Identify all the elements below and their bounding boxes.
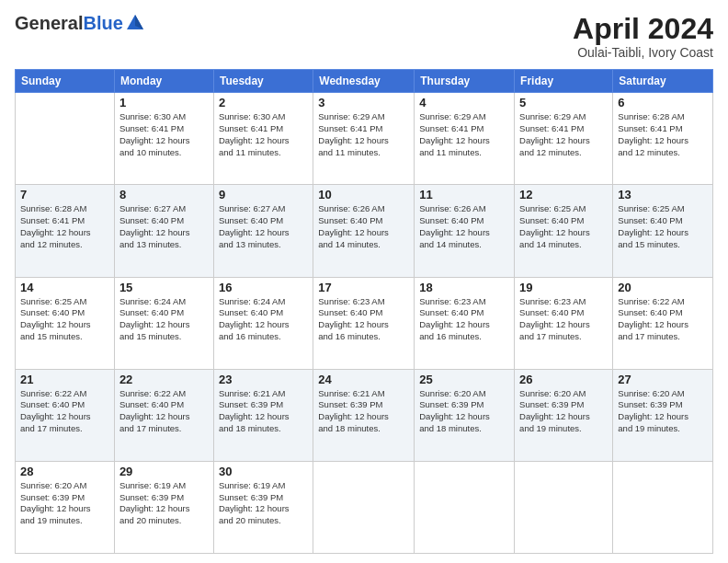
weekday-header: Friday — [515, 70, 613, 93]
day-info: Sunrise: 6:29 AM Sunset: 6:41 PM Dayligh… — [318, 111, 409, 158]
day-number: 2 — [219, 96, 308, 109]
day-number: 4 — [419, 96, 509, 109]
day-number: 25 — [419, 373, 509, 386]
week-row: 7Sunrise: 6:28 AM Sunset: 6:41 PM Daylig… — [16, 185, 713, 277]
calendar-cell: 5Sunrise: 6:29 AM Sunset: 6:41 PM Daylig… — [515, 93, 613, 185]
calendar-cell: 29Sunrise: 6:19 AM Sunset: 6:39 PM Dayli… — [114, 461, 213, 553]
day-number: 6 — [618, 96, 708, 109]
day-info: Sunrise: 6:20 AM Sunset: 6:39 PM Dayligh… — [519, 388, 608, 435]
weekday-header-row: SundayMondayTuesdayWednesdayThursdayFrid… — [16, 70, 713, 93]
day-info: Sunrise: 6:22 AM Sunset: 6:40 PM Dayligh… — [119, 388, 209, 435]
day-info: Sunrise: 6:30 AM Sunset: 6:41 PM Dayligh… — [219, 111, 308, 158]
day-info: Sunrise: 6:20 AM Sunset: 6:39 PM Dayligh… — [618, 388, 708, 435]
calendar-cell: 9Sunrise: 6:27 AM Sunset: 6:40 PM Daylig… — [213, 185, 313, 277]
day-number: 27 — [618, 373, 708, 386]
day-number: 20 — [618, 281, 708, 294]
calendar-cell: 11Sunrise: 6:26 AM Sunset: 6:40 PM Dayli… — [415, 185, 515, 277]
week-row: 28Sunrise: 6:20 AM Sunset: 6:39 PM Dayli… — [16, 461, 713, 553]
calendar-cell: 21Sunrise: 6:22 AM Sunset: 6:40 PM Dayli… — [16, 369, 115, 461]
logo-general: GeneralBlue — [15, 13, 123, 33]
day-info: Sunrise: 6:28 AM Sunset: 6:41 PM Dayligh… — [20, 203, 109, 250]
day-number: 13 — [618, 188, 708, 201]
day-number: 3 — [318, 96, 409, 109]
day-info: Sunrise: 6:25 AM Sunset: 6:40 PM Dayligh… — [618, 203, 708, 250]
calendar-cell: 23Sunrise: 6:21 AM Sunset: 6:39 PM Dayli… — [213, 369, 313, 461]
weekday-header: Thursday — [415, 70, 515, 93]
calendar-cell — [16, 93, 115, 185]
day-info: Sunrise: 6:25 AM Sunset: 6:40 PM Dayligh… — [519, 203, 608, 250]
day-info: Sunrise: 6:20 AM Sunset: 6:39 PM Dayligh… — [419, 388, 509, 435]
day-number: 19 — [519, 281, 608, 294]
week-row: 21Sunrise: 6:22 AM Sunset: 6:40 PM Dayli… — [16, 369, 713, 461]
weekday-header: Monday — [114, 70, 213, 93]
day-number: 7 — [20, 188, 109, 201]
day-info: Sunrise: 6:26 AM Sunset: 6:40 PM Dayligh… — [419, 203, 509, 250]
header: GeneralBlue April 2024 Oulai-Taibli, Ivo… — [15, 13, 713, 60]
day-info: Sunrise: 6:23 AM Sunset: 6:40 PM Dayligh… — [419, 296, 509, 343]
calendar-cell: 7Sunrise: 6:28 AM Sunset: 6:41 PM Daylig… — [16, 185, 115, 277]
calendar-cell: 14Sunrise: 6:25 AM Sunset: 6:40 PM Dayli… — [16, 277, 115, 369]
calendar-cell: 19Sunrise: 6:23 AM Sunset: 6:40 PM Dayli… — [515, 277, 613, 369]
calendar-cell: 2Sunrise: 6:30 AM Sunset: 6:41 PM Daylig… — [213, 93, 313, 185]
day-number: 15 — [119, 281, 209, 294]
calendar-cell: 8Sunrise: 6:27 AM Sunset: 6:40 PM Daylig… — [114, 185, 213, 277]
day-info: Sunrise: 6:26 AM Sunset: 6:40 PM Dayligh… — [318, 203, 409, 250]
calendar-table: SundayMondayTuesdayWednesdayThursdayFrid… — [15, 69, 713, 554]
day-number: 1 — [119, 96, 209, 109]
calendar-cell: 30Sunrise: 6:19 AM Sunset: 6:39 PM Dayli… — [213, 461, 313, 553]
day-info: Sunrise: 6:22 AM Sunset: 6:40 PM Dayligh… — [20, 388, 109, 435]
weekday-header: Tuesday — [213, 70, 313, 93]
calendar-cell: 22Sunrise: 6:22 AM Sunset: 6:40 PM Dayli… — [114, 369, 213, 461]
day-info: Sunrise: 6:23 AM Sunset: 6:40 PM Dayligh… — [318, 296, 409, 343]
day-number: 18 — [419, 281, 509, 294]
calendar-subtitle: Oulai-Taibli, Ivory Coast — [573, 45, 713, 60]
week-row: 14Sunrise: 6:25 AM Sunset: 6:40 PM Dayli… — [16, 277, 713, 369]
calendar-cell — [613, 461, 713, 553]
day-info: Sunrise: 6:27 AM Sunset: 6:40 PM Dayligh… — [119, 203, 209, 250]
calendar-cell: 26Sunrise: 6:20 AM Sunset: 6:39 PM Dayli… — [515, 369, 613, 461]
title-block: April 2024 Oulai-Taibli, Ivory Coast — [573, 13, 713, 60]
day-number: 24 — [318, 373, 409, 386]
day-number: 16 — [219, 281, 308, 294]
weekday-header: Wednesday — [313, 70, 415, 93]
day-info: Sunrise: 6:19 AM Sunset: 6:39 PM Dayligh… — [119, 480, 209, 527]
calendar-cell: 4Sunrise: 6:29 AM Sunset: 6:41 PM Daylig… — [415, 93, 515, 185]
calendar-cell: 3Sunrise: 6:29 AM Sunset: 6:41 PM Daylig… — [313, 93, 415, 185]
calendar-cell: 15Sunrise: 6:24 AM Sunset: 6:40 PM Dayli… — [114, 277, 213, 369]
day-info: Sunrise: 6:20 AM Sunset: 6:39 PM Dayligh… — [20, 480, 109, 527]
page: GeneralBlue April 2024 Oulai-Taibli, Ivo… — [0, 0, 728, 563]
day-info: Sunrise: 6:24 AM Sunset: 6:40 PM Dayligh… — [219, 296, 308, 343]
day-info: Sunrise: 6:21 AM Sunset: 6:39 PM Dayligh… — [219, 388, 308, 435]
calendar-cell: 12Sunrise: 6:25 AM Sunset: 6:40 PM Dayli… — [515, 185, 613, 277]
weekday-header: Sunday — [16, 70, 115, 93]
calendar-cell: 1Sunrise: 6:30 AM Sunset: 6:41 PM Daylig… — [114, 93, 213, 185]
calendar-cell — [415, 461, 515, 553]
day-info: Sunrise: 6:23 AM Sunset: 6:40 PM Dayligh… — [519, 296, 608, 343]
day-number: 10 — [318, 188, 409, 201]
day-number: 29 — [119, 465, 209, 478]
day-number: 8 — [119, 188, 209, 201]
calendar-cell: 28Sunrise: 6:20 AM Sunset: 6:39 PM Dayli… — [16, 461, 115, 553]
day-info: Sunrise: 6:29 AM Sunset: 6:41 PM Dayligh… — [419, 111, 509, 158]
day-number: 11 — [419, 188, 509, 201]
day-info: Sunrise: 6:29 AM Sunset: 6:41 PM Dayligh… — [519, 111, 608, 158]
week-row: 1Sunrise: 6:30 AM Sunset: 6:41 PM Daylig… — [16, 93, 713, 185]
weekday-header: Saturday — [613, 70, 713, 93]
logo-icon — [125, 13, 145, 33]
calendar-cell: 10Sunrise: 6:26 AM Sunset: 6:40 PM Dayli… — [313, 185, 415, 277]
day-number: 26 — [519, 373, 608, 386]
day-number: 9 — [219, 188, 308, 201]
day-info: Sunrise: 6:28 AM Sunset: 6:41 PM Dayligh… — [618, 111, 708, 158]
calendar-cell: 18Sunrise: 6:23 AM Sunset: 6:40 PM Dayli… — [415, 277, 515, 369]
day-number: 23 — [219, 373, 308, 386]
calendar-cell: 25Sunrise: 6:20 AM Sunset: 6:39 PM Dayli… — [415, 369, 515, 461]
day-info: Sunrise: 6:27 AM Sunset: 6:40 PM Dayligh… — [219, 203, 308, 250]
calendar-cell — [515, 461, 613, 553]
calendar-cell: 27Sunrise: 6:20 AM Sunset: 6:39 PM Dayli… — [613, 369, 713, 461]
day-number: 5 — [519, 96, 608, 109]
logo: GeneralBlue — [15, 13, 145, 33]
calendar-cell: 16Sunrise: 6:24 AM Sunset: 6:40 PM Dayli… — [213, 277, 313, 369]
day-number: 21 — [20, 373, 109, 386]
calendar-cell: 13Sunrise: 6:25 AM Sunset: 6:40 PM Dayli… — [613, 185, 713, 277]
day-number: 30 — [219, 465, 308, 478]
